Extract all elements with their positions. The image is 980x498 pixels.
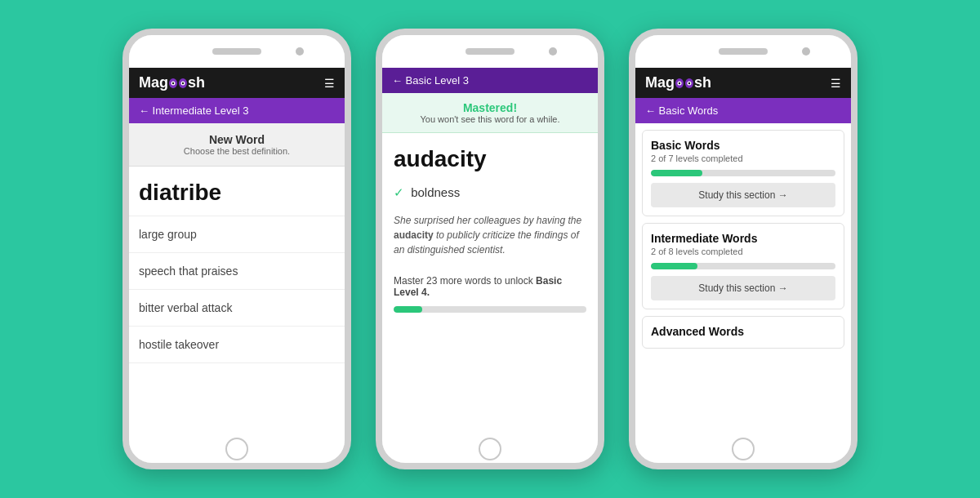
- phone-3: Mag sh ☰ ← Basic Words: [629, 29, 858, 469]
- app-header-3: Mag sh ☰: [635, 68, 851, 98]
- phone-bottom-3: [635, 434, 851, 463]
- phone-camera-1: [296, 47, 304, 56]
- phone-1: Mag sh ☰ ← Intermediate: [122, 29, 351, 469]
- phone-top-2: [382, 35, 598, 68]
- hamburger-icon-3[interactable]: ☰: [831, 77, 841, 90]
- phones-container: Mag sh ☰ ← Intermediate: [106, 12, 874, 486]
- new-word-title: New Word: [139, 133, 335, 146]
- main-word: diatribe: [129, 167, 345, 216]
- new-word-box: New Word Choose the best definition.: [129, 123, 345, 167]
- logo-text-sh: sh: [188, 74, 205, 91]
- phone-camera-2: [549, 47, 557, 56]
- word-choice-0[interactable]: large group: [129, 216, 345, 253]
- app-header-1: Mag sh ☰: [129, 68, 345, 98]
- phone-top-3: [635, 35, 851, 68]
- section-progress-1: [651, 263, 835, 269]
- logo-text-mag: Mag: [139, 74, 168, 91]
- phone-bottom-2: [382, 434, 598, 463]
- phone-speaker-2: [466, 48, 514, 55]
- phone-screen-1: Mag sh ☰ ← Intermediate: [129, 68, 345, 434]
- section-progress-fill-0: [651, 170, 702, 176]
- mastered-banner: Mastered! You won't see this word for a …: [382, 93, 598, 133]
- phone-speaker-1: [212, 48, 261, 55]
- svg-point-5: [182, 82, 184, 83]
- section-card-2: Advanced Words: [642, 316, 844, 349]
- logo-text-mag-3: Mag: [645, 74, 675, 91]
- word-choice-3[interactable]: hostile takeover: [129, 327, 345, 363]
- owl-eyes-icon-3: [675, 78, 693, 89]
- new-word-subtitle: Choose the best definition.: [139, 146, 335, 156]
- screen3-content: Basic Words 2 of 7 levels completed Stud…: [635, 123, 851, 434]
- svg-point-10: [679, 82, 680, 83]
- phone-top-1: [129, 35, 345, 68]
- mastered-title: Mastered!: [392, 101, 588, 114]
- screen2-content: Mastered! You won't see this word for a …: [382, 93, 598, 434]
- vocab-word: audacity: [382, 133, 598, 180]
- word-choice-2[interactable]: bitter verbal attack: [129, 290, 345, 327]
- screen1-content: New Word Choose the best definition. dia…: [129, 123, 345, 434]
- phone-2: ← Basic Level 3 Mastered! You won't see …: [376, 29, 604, 469]
- phone-screen-3: Mag sh ☰ ← Basic Words: [635, 68, 851, 434]
- unlock-text: Master 23 more words to unlock Basic Lev…: [382, 265, 598, 303]
- section-title-0: Basic Words: [651, 139, 835, 152]
- section-title-1: Intermediate Words: [651, 232, 835, 245]
- phone-bottom-1: [129, 434, 345, 463]
- svg-point-4: [172, 82, 174, 83]
- section-progress-fill-1: [651, 263, 697, 269]
- checkmark-icon: ✓: [394, 185, 404, 199]
- section-progress-0: [651, 170, 835, 176]
- study-section-btn-0[interactable]: Study this section →: [651, 183, 835, 207]
- phone-home-button-1[interactable]: [225, 438, 248, 460]
- phone-speaker-3: [719, 48, 768, 55]
- section-card-0: Basic Words 2 of 7 levels completed Stud…: [642, 130, 844, 216]
- progress-bar-fill-2: [394, 306, 422, 313]
- section-card-1: Intermediate Words 2 of 8 levels complet…: [642, 223, 844, 309]
- app-logo-3: Mag sh: [645, 74, 711, 91]
- logo-text-sh-3: sh: [694, 74, 711, 91]
- phone-camera-3: [802, 47, 810, 56]
- phone-home-button-3[interactable]: [732, 438, 755, 460]
- sub-header-3: ← Basic Words: [635, 98, 851, 123]
- example-sentence: She surprised her colleagues by having t…: [382, 205, 598, 265]
- study-section-btn-1[interactable]: Study this section →: [651, 276, 835, 300]
- correct-answer: ✓ boldness: [382, 180, 598, 205]
- section-title-2: Advanced Words: [651, 325, 835, 338]
- phone-screen-2: ← Basic Level 3 Mastered! You won't see …: [382, 68, 598, 434]
- app-logo-1: Mag sh: [139, 74, 205, 91]
- sub-header-1: ← Intermediate Level 3: [129, 98, 345, 123]
- sub-header-2: ← Basic Level 3: [382, 68, 598, 93]
- word-choice-1[interactable]: speech that praises: [129, 253, 345, 290]
- phone-home-button-2[interactable]: [479, 438, 501, 460]
- progress-bar-2: [394, 306, 586, 313]
- section-subtitle-0: 2 of 7 levels completed: [651, 153, 835, 163]
- svg-point-11: [688, 82, 690, 83]
- section-subtitle-1: 2 of 8 levels completed: [651, 247, 835, 256]
- mastered-subtitle: You won't see this word for a while.: [392, 114, 588, 124]
- hamburger-icon-1[interactable]: ☰: [324, 77, 335, 90]
- owl-eyes-icon: [169, 78, 187, 89]
